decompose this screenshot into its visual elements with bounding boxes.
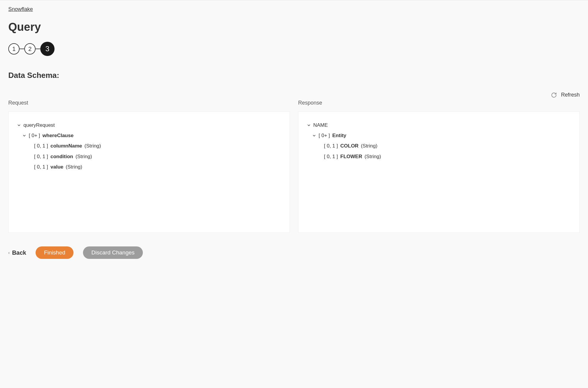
step-connector	[20, 49, 24, 49]
page-title: Query	[8, 21, 580, 33]
page-container: Snowflake Query 1 2 3 Data Schema: Refre…	[0, 0, 588, 271]
cardinality-label: [ 0, 1 ]	[34, 142, 48, 150]
tree-leaf-columnname[interactable]: [ 0, 1 ] columnName (String)	[17, 141, 278, 151]
field-name: condition	[50, 153, 73, 161]
tree-leaf-color[interactable]: [ 0, 1 ] COLOR (String)	[307, 141, 568, 151]
cardinality-label: [ 0, 1 ]	[34, 163, 48, 171]
chevron-down-icon	[307, 123, 311, 127]
tree-node-whereclause[interactable]: [ 0+ ] whereClause	[17, 130, 278, 141]
cardinality-label: [ 0+ ]	[29, 132, 40, 140]
cardinality-label: [ 0, 1 ]	[324, 153, 338, 161]
tree-node-name[interactable]: NAME	[307, 120, 568, 130]
chevron-down-icon	[312, 134, 316, 138]
stepper: 1 2 3	[8, 42, 580, 56]
footer-actions: ‹ Back Finished Discard Changes	[8, 246, 580, 259]
field-type: (String)	[365, 153, 381, 161]
tree-node-label: whereClause	[42, 132, 74, 140]
cardinality-label: [ 0, 1 ]	[324, 142, 338, 150]
refresh-icon	[551, 92, 557, 98]
response-column: Response NAME [ 0+ ] Entity	[298, 100, 580, 233]
cardinality-label: [ 0+ ]	[319, 132, 330, 140]
tree-leaf-value[interactable]: [ 0, 1 ] value (String)	[17, 162, 278, 172]
chevron-down-icon	[22, 134, 26, 138]
cardinality-label: [ 0, 1 ]	[34, 153, 48, 161]
request-column: Request queryRequest [ 0+ ] whereClause	[8, 100, 290, 233]
back-label: Back	[12, 249, 26, 256]
field-type: (String)	[84, 142, 101, 150]
field-type: (String)	[361, 142, 378, 150]
chevron-left-icon: ‹	[8, 250, 10, 255]
field-name: columnName	[50, 142, 82, 150]
field-type: (String)	[66, 163, 82, 171]
request-label: Request	[8, 100, 290, 106]
field-type: (String)	[76, 153, 92, 161]
back-button[interactable]: ‹ Back	[8, 249, 26, 256]
section-title: Data Schema:	[8, 71, 580, 80]
field-name: value	[50, 163, 63, 171]
tree-leaf-flower[interactable]: [ 0, 1 ] FLOWER (String)	[307, 151, 568, 162]
refresh-label: Refresh	[561, 92, 580, 98]
tree-node-queryrequest[interactable]: queryRequest	[17, 120, 278, 130]
breadcrumb-link[interactable]: Snowflake	[8, 6, 33, 12]
step-3[interactable]: 3	[40, 42, 55, 56]
field-name: COLOR	[340, 142, 358, 150]
schema-panels: Request queryRequest [ 0+ ] whereClause	[8, 100, 580, 233]
tree-node-label: Entity	[332, 132, 346, 140]
refresh-button[interactable]: Refresh	[8, 92, 580, 98]
finished-button[interactable]: Finished	[36, 246, 74, 259]
response-label: Response	[298, 100, 580, 106]
step-1[interactable]: 1	[8, 43, 20, 54]
chevron-down-icon	[17, 123, 21, 127]
tree-node-entity[interactable]: [ 0+ ] Entity	[307, 130, 568, 141]
step-connector	[36, 49, 40, 49]
tree-leaf-condition[interactable]: [ 0, 1 ] condition (String)	[17, 151, 278, 162]
step-2[interactable]: 2	[24, 43, 36, 54]
tree-node-label: queryRequest	[23, 121, 55, 129]
request-panel: queryRequest [ 0+ ] whereClause [ 0, 1 ]…	[8, 111, 290, 233]
field-name: FLOWER	[340, 153, 362, 161]
response-panel: NAME [ 0+ ] Entity [ 0, 1 ] COLOR (Strin…	[298, 111, 580, 233]
tree-node-label: NAME	[313, 121, 328, 129]
discard-button[interactable]: Discard Changes	[83, 246, 143, 259]
